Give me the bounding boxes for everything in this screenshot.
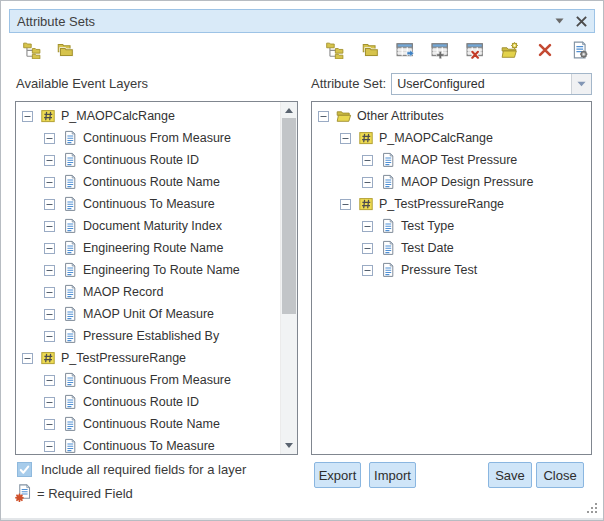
collapse-toggle[interactable] xyxy=(318,111,329,122)
collapse-toggle[interactable] xyxy=(22,353,33,364)
tree-item-p-maopcalcrange[interactable]: P_MAOPCalcRange xyxy=(16,105,281,127)
scroll-up-button[interactable] xyxy=(281,103,297,118)
table-remove-button[interactable] xyxy=(465,40,484,59)
collapse-toggle[interactable] xyxy=(340,199,351,210)
export-button[interactable]: Export xyxy=(314,462,361,488)
resize-grip[interactable] xyxy=(587,503,598,514)
tree-item-label: Engineering To Route Name xyxy=(83,263,240,277)
field-icon xyxy=(62,284,78,300)
table-add-button[interactable] xyxy=(430,40,449,59)
tree-item-label: MAOP Unit Of Measure xyxy=(83,307,214,321)
field-icon xyxy=(62,174,78,190)
table-add-icon xyxy=(431,41,449,59)
tree-item-maop-design-pressure[interactable]: MAOP Design Pressure xyxy=(312,171,591,193)
tree-item-label: Pressure Established By xyxy=(83,329,219,343)
tree-item-label: MAOP Test Pressure xyxy=(401,153,517,167)
save-button[interactable]: Save xyxy=(488,462,532,488)
combo-dropdown-button[interactable] xyxy=(571,74,591,94)
close-panel-button[interactable] xyxy=(576,16,587,27)
table-export-icon xyxy=(396,41,414,59)
tree-item-label: P_TestPressureRange xyxy=(61,351,186,365)
left-toolbar xyxy=(22,40,74,59)
panel-menu-button[interactable] xyxy=(555,18,564,24)
available-layers-panel: P_MAOPCalcRangeContinuous From MeasureCo… xyxy=(15,101,298,455)
tree-item-test-date[interactable]: Test Date xyxy=(312,237,591,259)
collapse-toggle[interactable] xyxy=(44,199,55,210)
tree-item-other-attributes[interactable]: Other Attributes xyxy=(312,105,591,127)
collapse-toggle[interactable] xyxy=(44,397,55,408)
collapse-toggle[interactable] xyxy=(362,155,373,166)
event-layer-icon xyxy=(358,196,374,212)
collapse-toggle[interactable] xyxy=(44,155,55,166)
tree-item-continuous-route-name[interactable]: Continuous Route Name xyxy=(16,413,281,435)
tree-item-continuous-route-id[interactable]: Continuous Route ID xyxy=(16,149,281,171)
field-icon xyxy=(62,152,78,168)
scroll-down-button[interactable] xyxy=(281,438,297,453)
vertical-scrollbar[interactable] xyxy=(280,102,297,454)
collapse-toggle[interactable] xyxy=(362,243,373,254)
tree-item-maop-test-pressure[interactable]: MAOP Test Pressure xyxy=(312,149,591,171)
tree-item-continuous-to-measure[interactable]: Continuous To Measure xyxy=(16,193,281,215)
folders-button[interactable] xyxy=(55,40,74,59)
field-icon xyxy=(62,416,78,432)
tree-item-engineering-to-route-name[interactable]: Engineering To Route Name xyxy=(16,259,281,281)
import-button[interactable]: Import xyxy=(369,462,416,488)
tree-item-label: Continuous Route Name xyxy=(83,417,220,431)
delete-button[interactable] xyxy=(535,40,554,59)
collapse-toggle[interactable] xyxy=(44,265,55,276)
tree-item-test-type[interactable]: Test Type xyxy=(312,215,591,237)
tree-item-p-testpressurerange[interactable]: P_TestPressureRange xyxy=(312,193,591,215)
tree-item-maop-unit-of-measure[interactable]: MAOP Unit Of Measure xyxy=(16,303,281,325)
collapse-toggle[interactable] xyxy=(362,265,373,276)
field-icon xyxy=(380,240,396,256)
tree-item-maop-record[interactable]: MAOP Record xyxy=(16,281,281,303)
tree-item-continuous-route-id[interactable]: Continuous Route ID xyxy=(16,391,281,413)
close-button[interactable]: Close xyxy=(536,462,584,488)
table-export-button[interactable] xyxy=(395,40,414,59)
include-required-checkbox[interactable] xyxy=(17,462,32,477)
tree-item-p-testpressurerange[interactable]: P_TestPressureRange xyxy=(16,347,281,369)
collapse-toggle[interactable] xyxy=(44,441,55,452)
tree-item-pressure-test[interactable]: Pressure Test xyxy=(312,259,591,281)
tree-item-p-maopcalcrange[interactable]: P_MAOPCalcRange xyxy=(312,127,591,149)
collapse-toggle[interactable] xyxy=(44,243,55,254)
table-remove-icon xyxy=(466,41,484,59)
close-icon xyxy=(576,16,587,27)
collapse-toggle[interactable] xyxy=(44,177,55,188)
collapse-toggle[interactable] xyxy=(362,221,373,232)
collapse-toggle[interactable] xyxy=(44,287,55,298)
tree-item-pressure-established-by[interactable]: Pressure Established By xyxy=(16,325,281,347)
folders-button[interactable] xyxy=(360,40,379,59)
collapse-toggle[interactable] xyxy=(44,221,55,232)
collapse-toggle[interactable] xyxy=(22,111,33,122)
folders-icon xyxy=(56,41,74,59)
tree-item-label: P_MAOPCalcRange xyxy=(61,109,175,123)
delete-icon xyxy=(536,41,554,59)
layers-tree-button[interactable] xyxy=(325,40,344,59)
collapse-toggle[interactable] xyxy=(44,309,55,320)
tree-item-continuous-route-name[interactable]: Continuous Route Name xyxy=(16,171,281,193)
collapse-toggle[interactable] xyxy=(362,177,373,188)
tree-item-continuous-to-measure[interactable]: Continuous To Measure xyxy=(16,435,281,454)
collapse-toggle[interactable] xyxy=(44,375,55,386)
tree-item-label: Pressure Test xyxy=(401,263,477,277)
title-bar[interactable]: Attribute Sets xyxy=(9,9,595,33)
scrollbar-thumb[interactable] xyxy=(282,118,296,314)
collapse-toggle[interactable] xyxy=(340,133,351,144)
new-attribute-set-button[interactable] xyxy=(500,40,519,59)
field-icon xyxy=(380,218,396,234)
collapse-toggle[interactable] xyxy=(44,331,55,342)
event-layer-icon xyxy=(358,130,374,146)
collapse-toggle[interactable] xyxy=(44,419,55,430)
tree-item-label: Continuous Route ID xyxy=(83,395,199,409)
attribute-set-select[interactable]: UserConfigured xyxy=(391,73,592,95)
properties-button[interactable] xyxy=(570,40,589,59)
tree-item-document-maturity-index[interactable]: Document Maturity Index xyxy=(16,215,281,237)
field-icon xyxy=(380,262,396,278)
tree-item-continuous-from-measure[interactable]: Continuous From Measure xyxy=(16,127,281,149)
collapse-toggle[interactable] xyxy=(44,133,55,144)
layers-tree-button[interactable] xyxy=(22,40,41,59)
attribute-set-panel: Other AttributesP_MAOPCalcRangeMAOP Test… xyxy=(311,101,592,455)
tree-item-continuous-from-measure[interactable]: Continuous From Measure xyxy=(16,369,281,391)
tree-item-engineering-route-name[interactable]: Engineering Route Name xyxy=(16,237,281,259)
